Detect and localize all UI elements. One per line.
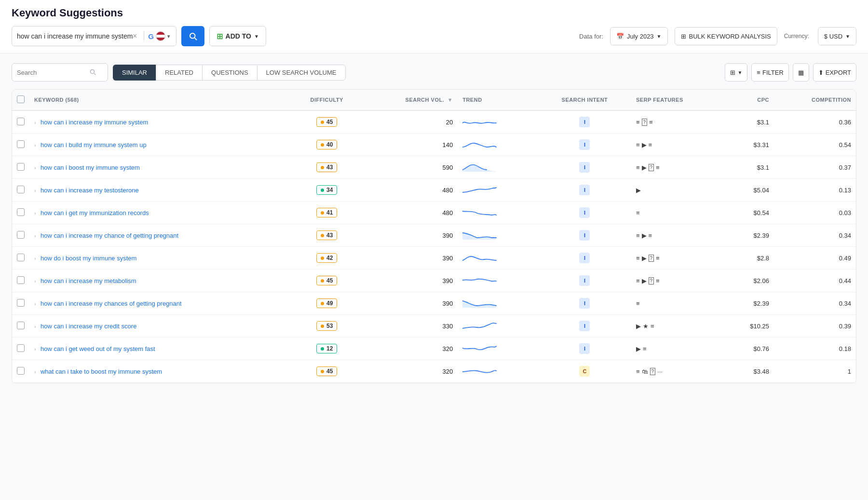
intent-badge: C	[579, 366, 590, 377]
expand-icon[interactable]: ›	[34, 369, 36, 375]
columns-button[interactable]: ⊞ ▼	[725, 63, 747, 81]
keyword-text[interactable]: how can i build my immune system up	[41, 141, 147, 149]
tab-low-search-volume[interactable]: LOW SEARCH VOLUME	[257, 65, 346, 81]
keyword-cell: › what can i take to boost my immune sys…	[29, 360, 291, 383]
expand-icon[interactable]: ›	[34, 211, 36, 216]
expand-icon[interactable]: ›	[34, 188, 36, 193]
row-checkbox[interactable]	[17, 208, 25, 216]
keyword-text[interactable]: how can i increase my immune system	[41, 119, 148, 126]
clear-search-icon[interactable]: ×	[133, 32, 137, 41]
keyword-text[interactable]: how can i get weed out of my system fast	[41, 345, 155, 352]
difficulty-dot	[321, 347, 324, 351]
select-all-checkbox[interactable]	[17, 95, 25, 103]
expand-icon[interactable]: ›	[34, 279, 36, 284]
table-row: › how can i increase my credit score 53 …	[12, 315, 856, 338]
keyword-text[interactable]: how can i increase my chances of getting…	[41, 300, 182, 307]
date-picker-button[interactable]: 📅 July 2023 ▼	[610, 27, 668, 45]
search-button[interactable]	[181, 26, 204, 46]
google-icon: G	[148, 32, 154, 41]
trend-cell	[458, 338, 538, 360]
expand-icon[interactable]: ›	[34, 233, 36, 239]
keyword-text[interactable]: how can i increase my metabolism	[41, 277, 136, 284]
bulk-keyword-button[interactable]: ⊞ BULK KEYWORD ANALYSIS	[675, 27, 777, 45]
serp-list2-icon: ≡	[656, 164, 660, 171]
keyword-cell: › how can i build my immune system up	[29, 134, 291, 156]
trend-column-header: TREND	[458, 90, 538, 110]
search-vol-column-header[interactable]: SEARCH VOL. ▼	[362, 90, 458, 110]
row-checkbox[interactable]	[17, 231, 25, 239]
tab-search-input[interactable]	[17, 69, 89, 76]
plus-icon: ⊞	[217, 32, 223, 41]
row-checkbox[interactable]	[17, 299, 25, 307]
view-toggle-button[interactable]: ▦	[793, 63, 809, 81]
trend-cell	[458, 247, 538, 270]
keyword-text[interactable]: how do i boost my immune system	[41, 255, 136, 262]
row-checkbox[interactable]	[17, 344, 25, 352]
serp-video-icon: ▶	[642, 255, 647, 262]
serp-video-icon: ▶	[636, 187, 641, 194]
tab-questions[interactable]: QUESTIONS	[202, 65, 257, 81]
row-checkbox[interactable]	[17, 163, 25, 171]
difficulty-dot	[321, 279, 324, 283]
currency-button[interactable]: $ USD ▼	[818, 27, 856, 45]
row-checkbox[interactable]	[17, 186, 25, 193]
competition-cell: 0.44	[774, 270, 856, 292]
row-checkbox[interactable]	[17, 254, 25, 261]
serp-icons: ≡▶?≡	[636, 277, 721, 284]
engine-dropdown-icon[interactable]: ▼	[166, 34, 171, 39]
expand-icon[interactable]: ›	[34, 301, 36, 307]
difficulty-badge: 45	[316, 117, 337, 127]
expand-icon[interactable]: ›	[34, 165, 36, 171]
keyword-text[interactable]: how can i get my immunization records	[41, 209, 149, 216]
table-row: › how can i increase my metabolism 45 39…	[12, 270, 856, 292]
difficulty-cell: 45	[291, 360, 362, 383]
keyword-cell: › how can i get my immunization records	[29, 202, 291, 224]
serp-icons: ≡	[636, 300, 721, 307]
search-intent-cell: I	[538, 247, 631, 270]
tab-related[interactable]: RELATED	[156, 65, 202, 81]
row-checkbox[interactable]	[17, 140, 25, 148]
keyword-text[interactable]: how can i boost my immune system	[41, 164, 140, 171]
tab-similar[interactable]: SIMILAR	[113, 65, 156, 81]
search-vol-cell: 390	[362, 270, 458, 292]
difficulty-dot	[321, 143, 324, 147]
expand-icon[interactable]: ›	[34, 143, 36, 148]
keyword-text[interactable]: how can i increase my testosterone	[41, 187, 139, 194]
serp-star-icon: ★	[643, 323, 649, 330]
expand-icon[interactable]: ›	[34, 120, 36, 125]
grid-icon: ▦	[798, 69, 804, 76]
serp-icons: ≡🛍?···	[636, 368, 721, 375]
serp-icons: ▶≡	[636, 345, 721, 352]
search-intent-cell: I	[538, 292, 631, 315]
expand-icon[interactable]: ›	[34, 324, 36, 329]
filter-button[interactable]: ≡ FILTER	[751, 63, 788, 81]
currency-value: $ USD	[824, 33, 842, 40]
difficulty-cell: 34	[291, 179, 362, 202]
keyword-text[interactable]: what can i take to boost my immune syste…	[41, 368, 162, 375]
keyword-text[interactable]: how can i increase my chance of getting …	[41, 232, 178, 239]
keywords-table: KEYWORD (568) DIFFICULTY SEARCH VOL. ▼ T…	[12, 90, 856, 383]
table-row: › how can i boost my immune system 43 59…	[12, 156, 856, 179]
serp-list2-icon: ≡	[656, 277, 660, 284]
intent-badge: I	[579, 162, 590, 173]
row-checkbox[interactable]	[17, 322, 25, 329]
keyword-cell: › how can i boost my immune system	[29, 156, 291, 179]
cpc-cell: $5.04	[726, 179, 774, 202]
content-area: SIMILAR RELATED QUESTIONS LOW SEARCH VOL…	[0, 54, 868, 393]
export-button[interactable]: ⬆ EXPORT	[813, 63, 856, 81]
difficulty-badge: 42	[316, 253, 337, 263]
difficulty-cell: 45	[291, 270, 362, 292]
trend-sparkline	[462, 320, 501, 332]
keyword-text[interactable]: how can i increase my credit score	[41, 323, 136, 330]
row-checkbox[interactable]	[17, 118, 25, 125]
add-to-button[interactable]: ⊞ ADD TO ▼	[209, 26, 266, 46]
difficulty-dot	[321, 302, 324, 305]
expand-icon[interactable]: ›	[34, 256, 36, 261]
serp-video-icon: ▶	[636, 345, 641, 352]
row-checkbox[interactable]	[17, 367, 25, 375]
row-checkbox[interactable]	[17, 276, 25, 284]
main-search-input[interactable]	[17, 32, 133, 40]
competition-cell: 0.03	[774, 202, 856, 224]
expand-icon[interactable]: ›	[34, 347, 36, 352]
serp-list-icon: ≡	[636, 164, 640, 171]
